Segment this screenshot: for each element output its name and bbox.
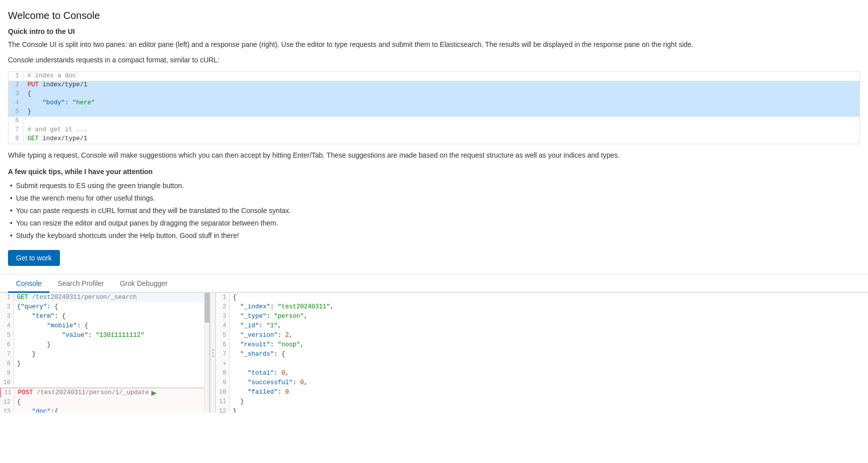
editor-line[interactable]: 12{: [0, 398, 209, 407]
line-content: GET index/type/1: [27, 135, 87, 142]
divider-dot-1: [212, 349, 214, 351]
editor-pane[interactable]: 1GET /test20240311/person/_search2{"quer…: [0, 293, 210, 413]
tab-search-profiler[interactable]: Search Profiler: [49, 274, 112, 293]
editor-line[interactable]: 11POST /test20240311/person/1/_update▶: [0, 388, 209, 398]
code-line: 6: [8, 117, 860, 126]
run-request-button[interactable]: ▶: [149, 389, 159, 397]
editor-line[interactable]: 3 "term": {: [0, 312, 209, 321]
editor-line-number: 4: [0, 321, 14, 331]
response-line-content: "_shards": {: [230, 350, 285, 359]
page-title: Welcome to Console: [8, 10, 860, 21]
line-number: 5: [8, 108, 23, 115]
tab-console[interactable]: Console: [8, 274, 49, 293]
intro-paragraph-2: Console understands requests in a compac…: [8, 55, 860, 65]
editor-line-content: }: [14, 359, 209, 369]
editor-line-number: 11: [1, 388, 15, 398]
tip-item: Use the wrench menu for other useful thi…: [8, 192, 860, 205]
tips-list: Submit requests to ES using the green tr…: [8, 180, 860, 242]
editor-line-content: {: [14, 398, 209, 407]
response-line: 5 "_version": 2,: [216, 331, 868, 340]
line-number: 4: [8, 99, 23, 106]
response-line-number: 10: [216, 388, 230, 397]
response-line: 6 "result": "noop",: [216, 340, 868, 350]
response-line-content: "successful": 0,: [230, 378, 308, 388]
response-line: 8 "total": 0,: [216, 369, 868, 378]
response-line: 4 "_id": "1",: [216, 321, 868, 331]
response-line-content: "_type": "person",: [230, 312, 308, 321]
response-line-number: 9: [216, 378, 230, 388]
editor-line-content: "value": "13011111112": [14, 331, 209, 340]
response-line-number: 3: [216, 312, 230, 321]
editor-line-number: 8: [0, 359, 14, 369]
tip-item: Study the keyboard shortcuts under the H…: [8, 230, 860, 242]
editor-line-number: 12: [0, 398, 14, 407]
line-number: 2: [8, 81, 23, 88]
response-line-content: "_id": "1",: [230, 321, 282, 331]
line-content: # index a doc: [27, 72, 76, 79]
response-line-content: "result": "noop",: [230, 340, 304, 350]
line-content: "body": "here": [27, 99, 95, 106]
response-line: 7 ▾ "_shards": {: [216, 350, 868, 369]
response-line-content: "failed": 0: [230, 388, 289, 397]
editor-line-content: }: [14, 340, 209, 350]
response-line-number: 12: [216, 407, 230, 413]
editor-line[interactable]: 2{"query": {: [0, 302, 209, 312]
editor-line[interactable]: 7 }: [0, 350, 209, 359]
intro-paragraph-1: The Console UI is split into two panes: …: [8, 39, 860, 50]
editor-line-number: 10: [0, 378, 14, 388]
editor-line[interactable]: 9: [0, 369, 209, 378]
editor-line-content: GET /test20240311/person/_search: [14, 293, 209, 302]
editor-line[interactable]: 1GET /test20240311/person/_search: [0, 293, 209, 302]
code-line: 3{: [8, 90, 860, 99]
response-line-number: 8: [216, 369, 230, 378]
editor-line[interactable]: 10: [0, 378, 209, 388]
pane-container: 1GET /test20240311/person/_search2{"quer…: [0, 293, 868, 413]
divider-dots: [212, 349, 214, 357]
response-line: 11 }: [216, 397, 868, 407]
response-line-number: 7 ▾: [216, 350, 230, 369]
line-number: 1: [8, 72, 23, 79]
tip-item: You can resize the editor and output pan…: [8, 217, 860, 230]
editor-line-content: "mobile": {: [14, 321, 209, 331]
pane-divider[interactable]: [210, 293, 216, 413]
editor-line-content: POST /test20240311/person/1/_update▶: [15, 388, 209, 398]
response-line-number: 1: [216, 293, 230, 302]
response-line-number: 2: [216, 302, 230, 312]
code-example: 1# index a doc2PUT index/type/13{4 "body…: [8, 71, 860, 144]
tab-grok-debugger[interactable]: Grok Debugger: [112, 274, 176, 293]
console-section: ConsoleSearch ProfilerGrok Debugger 1GET…: [0, 274, 868, 413]
editor-line-number: 13: [0, 407, 14, 413]
editor-line[interactable]: 4 "mobile": {: [0, 321, 209, 331]
line-content: }: [27, 108, 31, 115]
line-number: 8: [8, 135, 23, 142]
response-line: 9 "successful": 0,: [216, 378, 868, 388]
tip-item: You can paste requests in cURL format an…: [8, 205, 860, 217]
code-line: 5}: [8, 108, 860, 117]
line-content: PUT index/type/1: [27, 81, 87, 88]
divider-dot-2: [212, 352, 214, 354]
editor-line-content: {"query": {: [14, 302, 209, 312]
get-to-work-button[interactable]: Get to work: [8, 250, 60, 266]
editor-scrollbar[interactable]: [204, 293, 209, 413]
response-line-content: "_version": 2,: [230, 331, 293, 340]
editor-line[interactable]: 5 "value": "13011111112": [0, 331, 209, 340]
editor-line-number: 5: [0, 331, 14, 340]
editor-line-number: 2: [0, 302, 14, 312]
response-line: 1{: [216, 293, 868, 302]
line-content: # and get it ...: [27, 126, 87, 133]
editor-line[interactable]: 6 }: [0, 340, 209, 350]
editor-line[interactable]: 13 "doc":{: [0, 407, 209, 413]
response-line: 10 "failed": 0: [216, 388, 868, 397]
editor-line-number: 3: [0, 312, 14, 321]
typing-hint: While typing a request, Console will mak…: [8, 150, 860, 161]
response-line-number: 5: [216, 331, 230, 340]
editor-line-number: 1: [0, 293, 14, 302]
response-line-number: 11: [216, 397, 230, 407]
response-line: 12}: [216, 407, 868, 413]
editor-line-content: "doc":{: [14, 407, 209, 413]
code-line: 1# index a doc: [8, 72, 860, 81]
editor-line-content: "term": {: [14, 312, 209, 321]
editor-line[interactable]: 8}: [0, 359, 209, 369]
editor-scrollbar-thumb: [205, 293, 210, 323]
response-line-content: "_index": "test20240311",: [230, 302, 334, 312]
